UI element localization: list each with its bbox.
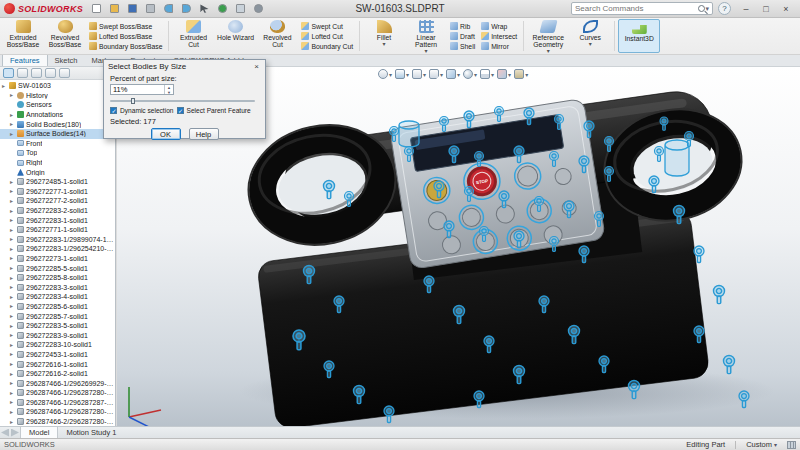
expand-arrow-icon[interactable]: ▸ [10, 246, 16, 252]
custom-units-selector[interactable]: Custom▾ [746, 440, 777, 449]
tree-item[interactable]: ▸ 296272283-9-solid1 [0, 330, 115, 340]
tree-item[interactable]: ▸ 296272771-1-solid1 [0, 225, 115, 235]
expand-arrow-icon[interactable]: ▸ [10, 92, 16, 98]
expand-arrow-icon[interactable]: ▸ [10, 265, 16, 271]
tree-item[interactable]: ▸ 296287466-2/296287280-1-solid1 [0, 417, 115, 426]
expand-arrow-icon[interactable]: ▸ [10, 361, 16, 367]
curves-button[interactable]: Curves ▾ [569, 19, 611, 53]
tree-item[interactable]: ▸ Solid Bodies(180) [0, 119, 115, 129]
expand-arrow-icon[interactable]: ▸ [10, 179, 16, 185]
expand-arrow-icon[interactable]: ▸ [10, 399, 16, 405]
tree-item[interactable]: ▸ 296272485-1-solid1 [0, 177, 115, 187]
tree-item[interactable]: ▸ History [0, 91, 115, 101]
ok-button[interactable]: OK [151, 128, 181, 140]
tree-item[interactable]: ▸ Annotations [0, 110, 115, 120]
wrap-button[interactable]: Wrap [479, 21, 519, 31]
expand-arrow-icon[interactable]: ▸ [10, 419, 16, 425]
dimxpertmanager-tab-icon[interactable] [45, 68, 56, 78]
tree-item[interactable]: ▸ Top [0, 148, 115, 158]
file-properties-button[interactable] [233, 2, 247, 15]
tree-item[interactable]: ▸ 296272283-1/29899074-1-solid1 [0, 235, 115, 245]
tree-item[interactable]: ▸ 296272616-2-solid1 [0, 369, 115, 379]
tree-item[interactable]: ▸ 296272283-5-solid1 [0, 321, 115, 331]
tab-scroll-left-icon[interactable] [1, 429, 9, 437]
expand-arrow-icon[interactable]: ▸ [10, 121, 16, 127]
expand-arrow-icon[interactable]: ▸ [10, 303, 16, 309]
reference-geometry-dropdown-icon[interactable]: ▾ [547, 48, 550, 54]
extruded-cut-button[interactable]: Extruded Cut [172, 19, 214, 53]
displaymanager-tab-icon[interactable] [59, 68, 70, 78]
select-button[interactable] [197, 2, 211, 15]
tree-item[interactable]: ▸ 296272283-4-solid1 [0, 292, 115, 302]
tree-item[interactable]: ▸ SW-01603 [0, 81, 115, 91]
tree-item[interactable]: ▸ 296272283-1/296254210-1-solid1 [0, 244, 115, 254]
expand-arrow-icon[interactable]: ▸ [10, 112, 16, 118]
featuremanager-tab-icon[interactable] [3, 68, 14, 78]
linear-pattern-dropdown-icon[interactable]: ▾ [425, 48, 428, 54]
tree-item[interactable]: ▸ 296272283-1-solid1 [0, 215, 115, 225]
expand-arrow-icon[interactable]: ▸ [10, 208, 16, 214]
dialog-title-bar[interactable]: Select Bodies By Size × [104, 60, 265, 73]
tree-item[interactable]: ▸ Surface Bodies(14) [0, 129, 115, 139]
expand-arrow-icon[interactable]: ▸ [10, 294, 16, 300]
reference-geometry-button[interactable]: Reference Geometry ▾ [527, 19, 569, 53]
tree-item[interactable]: ▸ Sensors [0, 100, 115, 110]
extruded-boss-base-button[interactable]: Extruded Boss/Base [2, 19, 44, 53]
tree-item[interactable]: ▸ 296272285-8-solid1 [0, 273, 115, 283]
rebuild-button[interactable] [215, 2, 229, 15]
tab-motion-study-1[interactable]: Motion Study 1 [58, 427, 124, 438]
tree-item[interactable]: ▸ 296272283-3-solid1 [0, 282, 115, 292]
minimize-button[interactable]: – [736, 1, 756, 17]
tree-item[interactable]: ▸ 296272277-1-solid1 [0, 187, 115, 197]
curves-dropdown-icon[interactable]: ▾ [589, 41, 592, 47]
expand-arrow-icon[interactable]: ▸ [10, 188, 16, 194]
expand-arrow-icon[interactable]: ▸ [10, 275, 16, 281]
lofted-boss-base-button[interactable]: Lofted Boss/Base [87, 31, 164, 41]
close-button[interactable]: × [776, 1, 796, 17]
dynamic-selection-checkbox[interactable] [110, 107, 117, 114]
expand-arrow-icon[interactable]: ▸ [10, 198, 16, 204]
print-button[interactable] [143, 2, 157, 15]
undo-button[interactable] [161, 2, 175, 15]
swept-boss-base-button[interactable]: Swept Boss/Base [87, 21, 164, 31]
expand-arrow-icon[interactable]: ▸ [10, 255, 16, 261]
mirror-button[interactable]: Mirror [479, 41, 519, 51]
rib-button[interactable]: Rib [448, 21, 477, 31]
revolved-cut-button[interactable]: Revolved Cut [256, 19, 298, 53]
percent-size-slider[interactable] [110, 98, 259, 104]
tree-item[interactable]: ▸ 296272285-6-solid1 [0, 302, 115, 312]
search-commands-box[interactable]: ▾ [571, 2, 713, 15]
percent-size-spinner[interactable]: 11% ▲▼ [110, 84, 174, 95]
save-button[interactable] [125, 2, 139, 15]
expand-arrow-icon[interactable]: ▸ [10, 131, 16, 137]
spinner-buttons[interactable]: ▲▼ [164, 85, 173, 94]
expand-arrow-icon[interactable]: ▸ [10, 409, 16, 415]
tree-item[interactable]: ▸ 296287466-1/296287287-2-solid1 [0, 398, 115, 408]
tab-features[interactable]: Features [2, 54, 48, 66]
maximize-button[interactable]: □ [756, 1, 776, 17]
expand-arrow-icon[interactable]: ▸ [10, 371, 16, 377]
expand-arrow-icon[interactable]: ▸ [10, 217, 16, 223]
slider-thumb[interactable] [131, 98, 135, 104]
shell-button[interactable]: Shell [448, 41, 477, 51]
tree-item[interactable]: ▸ Right [0, 158, 115, 168]
tab-model[interactable]: Model [20, 427, 58, 438]
revolved-boss-base-button[interactable]: Revolved Boss/Base [44, 19, 86, 53]
hole-wizard-button[interactable]: Hole Wizard [214, 19, 256, 53]
tree-item[interactable]: ▸ 296272285-7-solid1 [0, 311, 115, 321]
help-button[interactable]: ? [718, 2, 731, 15]
expand-arrow-icon[interactable]: ▸ [10, 227, 16, 233]
tab-scroll-right-icon[interactable] [11, 429, 19, 437]
tree-item[interactable]: ▸ 296272616-1-solid1 [0, 359, 115, 369]
new-document-button[interactable] [89, 2, 103, 15]
propertymanager-tab-icon[interactable] [17, 68, 28, 78]
expand-arrow-icon[interactable]: ▸ [10, 236, 16, 242]
expand-arrow-icon[interactable]: ▸ [10, 380, 16, 386]
select-parent-feature-checkbox[interactable] [177, 107, 184, 114]
tree-item[interactable]: ▸ 296272283-2-solid1 [0, 206, 115, 216]
expand-arrow-icon[interactable]: ▸ [10, 284, 16, 290]
draft-button[interactable]: Draft [448, 31, 477, 41]
help-dialog-button[interactable]: Help [189, 128, 219, 140]
tree-item[interactable]: ▸ 296272277-2-solid1 [0, 196, 115, 206]
expand-arrow-icon[interactable]: ▸ [10, 342, 16, 348]
